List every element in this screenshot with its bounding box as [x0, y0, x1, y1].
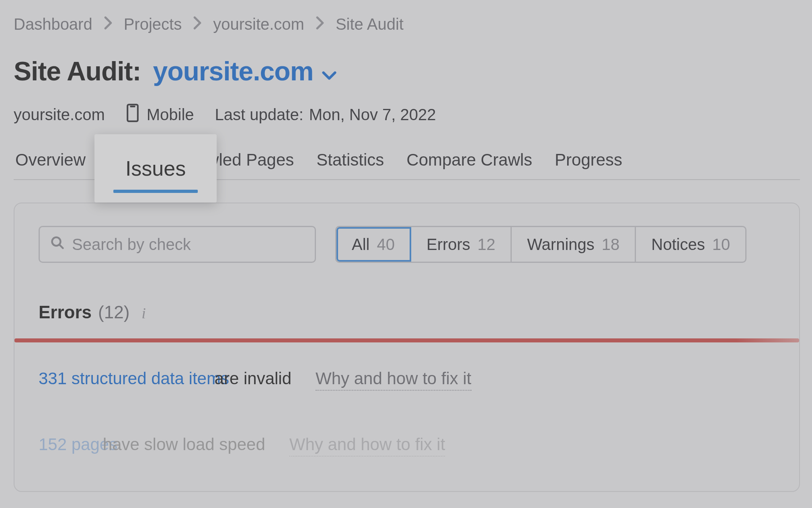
errors-heading: Errors (12) i	[39, 302, 775, 322]
why-and-how-link[interactable]: Why and how to fix it	[316, 369, 472, 391]
tab-active-underline	[113, 190, 198, 193]
search-icon	[50, 236, 65, 254]
breadcrumb-current: Site Audit	[336, 15, 404, 33]
meta-device-label: Mobile	[147, 106, 194, 124]
meta-last-update: Last update: Mon, Nov 7, 2022	[215, 106, 436, 124]
errors-heading-label: Errors	[39, 302, 92, 322]
domain-selector[interactable]: yoursite.com	[153, 56, 337, 86]
tab-issues[interactable]: Issues	[94, 134, 217, 203]
last-update-label: Last update:	[215, 106, 303, 124]
filter-warnings-label: Warnings	[527, 236, 594, 254]
breadcrumb-projects[interactable]: Projects	[124, 15, 182, 33]
breadcrumb: Dashboard Projects yoursite.com Site Aud…	[14, 15, 800, 33]
filter-group: All 40 Errors 12 Warnings 18 Notices 10	[335, 226, 746, 263]
filter-all[interactable]: All 40	[336, 227, 411, 262]
errors-severity-bar	[14, 338, 799, 342]
tab-compare-crawls[interactable]: Compare Crawls	[405, 150, 534, 179]
title-label: Site Audit:	[14, 56, 141, 86]
chevron-right-icon	[316, 16, 324, 33]
domain-name: yoursite.com	[153, 56, 314, 86]
mobile-icon	[126, 103, 139, 126]
filter-all-label: All	[352, 236, 369, 254]
filter-all-count: 40	[377, 236, 395, 254]
issue-text: have slow load speed	[103, 435, 265, 454]
search-input[interactable]	[72, 236, 304, 254]
filter-errors-count: 12	[478, 236, 496, 254]
issue-link[interactable]: 331 structured data items	[39, 369, 229, 388]
breadcrumb-site[interactable]: yoursite.com	[213, 15, 304, 33]
tab-statistics[interactable]: Statistics	[315, 150, 385, 179]
issue-text: are invalid	[215, 369, 291, 388]
search-by-check[interactable]	[39, 226, 316, 263]
chevron-down-icon	[322, 56, 336, 86]
filter-errors[interactable]: Errors 12	[411, 227, 512, 262]
panel-toolbar: All 40 Errors 12 Warnings 18 Notices 10	[39, 226, 775, 263]
filter-notices-label: Notices	[651, 236, 705, 254]
filter-warnings-count: 18	[602, 236, 620, 254]
meta-row: yoursite.com Mobile Last update: Mon, No…	[14, 103, 800, 126]
tab-overview[interactable]: Overview	[14, 150, 87, 179]
issue-row: 331 structured data items are invalid Wh…	[39, 369, 775, 391]
filter-notices-count: 10	[712, 236, 730, 254]
filter-errors-label: Errors	[427, 236, 470, 254]
errors-heading-count: (12)	[98, 302, 129, 322]
issue-row: 152 pages have slow load speed Why and h…	[39, 435, 775, 457]
issues-panel: All 40 Errors 12 Warnings 18 Notices 10	[14, 203, 800, 492]
info-icon[interactable]: i	[141, 304, 146, 322]
last-update-value: Mon, Nov 7, 2022	[309, 106, 436, 124]
chevron-right-icon	[104, 16, 113, 33]
chevron-right-icon	[193, 16, 202, 33]
tab-progress[interactable]: Progress	[553, 150, 624, 179]
filter-notices[interactable]: Notices 10	[636, 227, 745, 262]
tab-issues-label: Issues	[125, 156, 186, 180]
breadcrumb-dashboard[interactable]: Dashboard	[14, 15, 92, 33]
page-title: Site Audit: yoursite.com	[14, 56, 800, 86]
meta-domain: yoursite.com	[14, 106, 105, 124]
meta-device: Mobile	[126, 103, 194, 126]
why-and-how-link[interactable]: Why and how to fix it	[289, 435, 445, 457]
tabs: Overview Issues Issues Crawled Pages Sta…	[14, 150, 800, 180]
tab-issues-wrap: Issues Issues	[107, 150, 158, 179]
filter-warnings[interactable]: Warnings 18	[512, 227, 636, 262]
svg-line-3	[59, 245, 63, 248]
